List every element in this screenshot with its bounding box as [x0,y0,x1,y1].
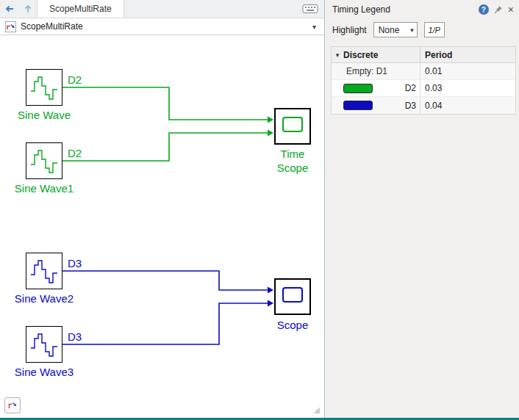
block-sine-wave[interactable] [26,69,62,106]
dropdown-caret-icon: ▾ [410,26,417,34]
timing-legend-panel: Timing Legend ? × Highlight None ▾ 1/P ▾… [325,0,519,418]
address-bar: ScopeMultiRate ▾ [0,18,324,35]
block-label-sine-wave: Sine Wave [7,109,81,123]
keyboard-shortcuts-button[interactable] [296,0,324,18]
block-label-time-scope: Time Scope [269,148,316,175]
up-button[interactable] [18,0,37,18]
sine-wave-icon [27,70,61,104]
block-scope[interactable] [274,278,311,315]
highlight-value: None [379,25,400,35]
block-sine-wave2[interactable] [26,253,62,289]
sine-wave-icon [27,327,61,361]
back-arrow-icon [4,3,15,15]
column-header-period: Period [420,47,515,62]
editor-tabbar: ScopeMultiRate [0,0,324,18]
tab-scopemultirate[interactable]: ScopeMultiRate [37,0,124,18]
keyboard-icon [302,4,318,14]
legend-row-d3[interactable]: D3 0.04 [332,97,515,114]
row-label-d2: D2 [405,83,416,93]
timing-legend-icon [7,400,18,410]
block-sine-wave1[interactable] [26,142,62,179]
legend-row-d2[interactable]: D2 0.03 [332,80,515,97]
signal-sinewave-to-timescope[interactable] [62,87,273,123]
legend-table: ▾ Discrete Period Empty: D1 0.01 D2 0.03 [331,46,516,115]
model-canvas[interactable]: D2 D2 D3 D3 Sine Wave Sine Wave1 Sine Wa… [0,35,324,418]
row-label-d1: Empty: D1 [343,63,420,79]
d2-color-swatch [343,84,373,93]
rate-label-d2: D2 [68,147,82,159]
rate-label-d2: D2 [68,73,82,86]
block-label-sine-wave2: Sine Wave2 [7,292,81,306]
signal-sinewave2-to-scope[interactable] [62,271,273,294]
help-icon[interactable]: ? [479,4,489,15]
period-toggle-button[interactable]: 1/P [424,22,445,37]
row-label-d3: D3 [405,101,416,111]
model-editor: ScopeMultiRate ScopeMu [0,0,325,418]
sine-wave-icon [27,254,61,288]
back-button[interactable] [0,0,18,18]
collapse-chevron-icon[interactable]: ▾ [332,51,343,59]
pin-icon[interactable] [494,5,503,14]
panel-header-icons: ? × [479,4,514,15]
legend-table-header: ▾ Discrete Period [332,47,515,63]
block-label-sine-wave1: Sine Wave1 [7,182,81,196]
signal-sinewave3-to-scope[interactable] [62,300,273,345]
rate-label-d3: D3 [68,330,82,343]
simulink-window: ScopeMultiRate ScopeMu [0,0,519,420]
signal-sinewave1-to-timescope[interactable] [62,130,273,162]
block-label-scope: Scope [256,319,324,333]
model-icon [5,21,16,32]
row-period-d3: 0.04 [420,97,515,114]
highlight-dropdown[interactable]: None ▾ [373,22,418,37]
canvas-resize-grip[interactable] [312,406,320,413]
panel-title: Timing Legend [332,4,390,15]
row-period-d1: 0.01 [420,63,515,79]
address-caret-icon[interactable]: ▾ [312,23,319,31]
block-label-sine-wave3: Sine Wave3 [7,366,81,380]
legend-row-d1[interactable]: Empty: D1 0.01 [332,63,515,80]
scope-screen-icon [276,109,309,143]
highlight-label: Highlight [332,25,367,35]
block-sine-wave3[interactable] [26,326,62,363]
timing-legend-toggle-button[interactable] [4,397,21,413]
d3-color-swatch [343,101,373,110]
up-arrow-icon [22,3,34,15]
close-icon[interactable]: × [508,4,514,15]
legend-toolbar: Highlight None ▾ 1/P [325,19,519,40]
row-period-d2: 0.03 [420,80,515,96]
tabbar-spacer [124,0,296,18]
panel-header: Timing Legend ? × [325,0,519,19]
scope-screen-icon [276,280,309,314]
column-header-discrete: Discrete [343,47,420,62]
rate-label-d3: D3 [68,257,82,269]
sine-wave-icon [27,144,61,178]
breadcrumb[interactable]: ScopeMultiRate [21,21,83,32]
block-time-scope[interactable] [274,108,311,145]
